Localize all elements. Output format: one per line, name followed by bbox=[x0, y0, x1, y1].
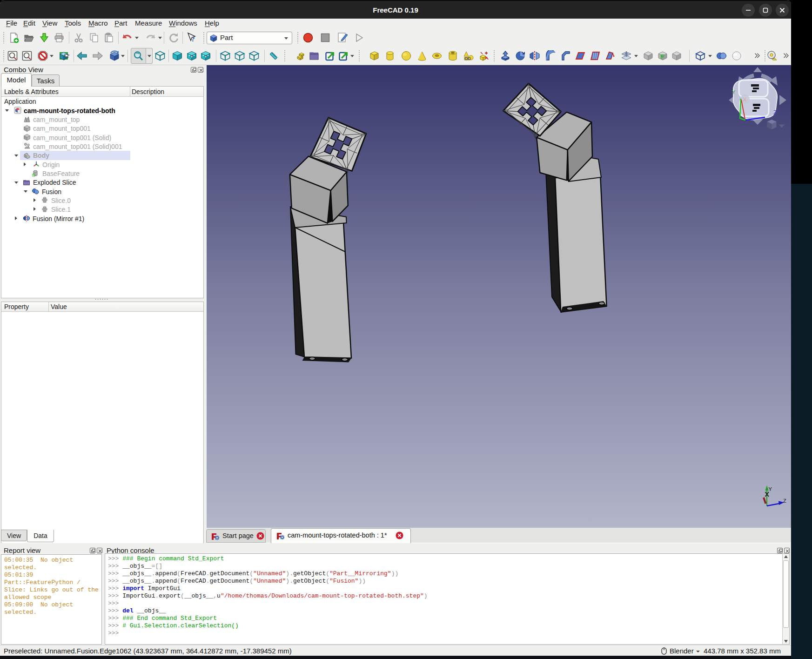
svg-text:Y: Y bbox=[732, 89, 736, 95]
svg-text:Z: Z bbox=[783, 498, 786, 504]
svg-text:X: X bbox=[743, 97, 747, 102]
svg-text:Y: Y bbox=[769, 486, 772, 492]
svg-text:Z: Z bbox=[773, 109, 777, 116]
